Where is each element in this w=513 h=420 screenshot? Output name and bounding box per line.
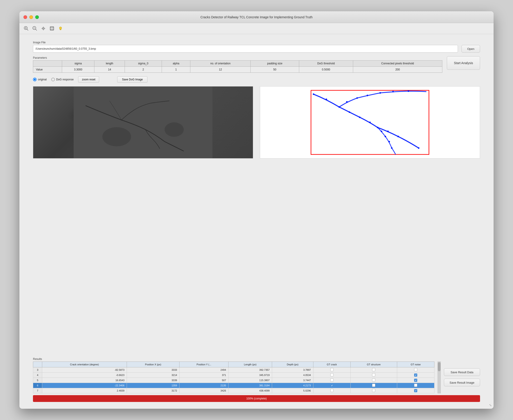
file-row: /Users/eunchurn/data/024856/1/60_0.0755_… (33, 45, 480, 52)
param-header-alpha: alpha (162, 60, 190, 67)
gt-noise-cell[interactable] (397, 373, 434, 378)
svg-point-25 (349, 111, 350, 113)
gt-noise-checkbox[interactable] (414, 368, 417, 371)
param-sigma-value[interactable]: 3.3000 (62, 67, 94, 73)
save-result-data-button[interactable]: Save Result Data (444, 368, 480, 376)
gt-structure-cell[interactable] (350, 388, 397, 393)
results-scrollbar[interactable] (438, 361, 441, 393)
svg-point-7 (43, 28, 44, 29)
result-visualization (260, 86, 480, 158)
param-header-sigma: sigma (62, 60, 94, 67)
radio-dog-response[interactable]: DoG response (51, 78, 74, 81)
gt-crack-checkbox[interactable] (330, 389, 334, 392)
param-orientation-value[interactable]: 12 (190, 67, 251, 73)
maximize-button[interactable] (35, 15, 39, 19)
gt-structure-checkbox[interactable] (372, 373, 375, 376)
row-id: 6 (33, 383, 42, 388)
svg-point-13 (59, 27, 62, 29)
gt-structure-cell[interactable] (350, 368, 397, 373)
svg-line-1 (27, 29, 28, 30)
table-row[interactable]: 72.483931723426438.40995.0296 (33, 388, 434, 393)
pos-x: 1359 (127, 383, 179, 388)
col-gt-structure: GT structure (350, 362, 397, 368)
gt-structure-cell[interactable] (350, 378, 397, 383)
save-result-image-button[interactable]: Save Result Image (444, 379, 480, 386)
cursor-icon[interactable] (49, 25, 55, 32)
radio-original[interactable]: original (33, 78, 47, 81)
gt-noise-checkbox[interactable] (414, 389, 417, 392)
open-button[interactable]: Open (461, 45, 480, 52)
pan-icon[interactable] (40, 25, 46, 32)
gt-crack-cell[interactable] (313, 388, 350, 393)
param-sigma0-value[interactable]: 2 (125, 67, 162, 73)
gt-structure-checkbox[interactable] (372, 384, 375, 387)
close-button[interactable] (23, 15, 27, 19)
gt-structure-checkbox[interactable] (372, 368, 375, 371)
gt-structure-checkbox[interactable] (372, 378, 375, 382)
results-label: Results (33, 357, 480, 361)
svg-point-35 (379, 92, 381, 94)
svg-line-5 (36, 29, 37, 30)
table-row[interactable]: 4-0.66233214371345.97194.0534 (33, 373, 434, 378)
start-analysis-button[interactable]: Start Analysis (447, 56, 480, 70)
radio-dog-circle[interactable] (51, 78, 55, 81)
right-buttons: Save Result Data Save Result Image (444, 361, 480, 393)
window-controls[interactable] (23, 15, 39, 19)
scrollbar-thumb[interactable] (438, 362, 440, 371)
gt-noise-checkbox[interactable] (414, 379, 417, 382)
crack-svg (33, 86, 253, 158)
gt-crack-cell[interactable] (313, 383, 350, 388)
crack-orientation: -0.6623 (42, 373, 127, 378)
gt-crack-cell[interactable] (313, 373, 350, 378)
zoom-reset-button[interactable]: zoom reset (78, 76, 99, 83)
result-image-panel (260, 86, 480, 158)
zoom-in-icon[interactable] (23, 25, 29, 32)
results-table: Crack orientation (degree) Position X (p… (33, 361, 434, 393)
zoom-out-icon[interactable] (32, 25, 38, 32)
gt-structure-cell[interactable] (350, 373, 397, 378)
col-orientation: Crack orientation (degree) (42, 362, 127, 368)
radio-original-circle[interactable] (33, 78, 37, 81)
svg-rect-8 (50, 27, 54, 30)
crack-orientation: -22.3406 (42, 383, 127, 388)
toolbar (19, 23, 494, 34)
results-section: Results Crack orientation (degree) Posit… (33, 357, 480, 402)
gt-noise-checkbox[interactable] (414, 374, 417, 377)
svg-point-23 (326, 98, 327, 100)
radio-original-label: original (38, 78, 47, 81)
param-dog-value[interactable]: 0.5000 (299, 67, 353, 73)
parameters-label: Parameters (33, 56, 442, 59)
param-header-empty (33, 60, 62, 67)
row-id: 4 (33, 373, 42, 378)
window-title: Cracks Detector of Railway TCL Concrete … (201, 15, 312, 19)
gt-crack-checkbox[interactable] (330, 368, 334, 371)
gt-structure-cell[interactable] (350, 383, 397, 388)
gt-crack-checkbox[interactable] (330, 378, 334, 382)
gt-noise-cell[interactable] (397, 388, 434, 393)
table-row[interactable]: 516.65433339507115.38073.7447 (33, 378, 434, 383)
results-table-wrap: Crack orientation (degree) Position X (p… (33, 361, 434, 393)
table-row[interactable]: 3-82.587333332494392.73573.7897 (33, 368, 434, 373)
param-connected-value[interactable]: 200 (353, 67, 442, 73)
table-row[interactable]: 6-22.340613592135381.31844.2173 (33, 383, 434, 388)
svg-point-38 (381, 130, 382, 132)
pos-x: 3333 (127, 368, 179, 373)
param-length-value[interactable]: 14 (94, 67, 125, 73)
gt-noise-cell[interactable] (397, 368, 434, 373)
pos-y: 507 (179, 378, 229, 383)
gt-noise-cell[interactable] (397, 383, 434, 388)
save-dog-button[interactable]: Save DoG Image (117, 76, 148, 83)
bulb-icon[interactable] (57, 25, 64, 32)
gt-crack-checkbox[interactable] (330, 384, 334, 387)
minimize-button[interactable] (29, 15, 33, 19)
resize-handle[interactable]: ⤡ (489, 403, 492, 407)
gt-noise-cell[interactable] (397, 378, 434, 383)
param-alpha-value[interactable]: 1 (162, 67, 190, 73)
param-padding-value[interactable]: 50 (250, 67, 299, 73)
gt-crack-cell[interactable] (313, 368, 350, 373)
gt-structure-checkbox[interactable] (372, 389, 375, 392)
svg-point-31 (418, 147, 420, 149)
gt-noise-checkbox[interactable] (414, 384, 417, 387)
gt-crack-cell[interactable] (313, 378, 350, 383)
gt-crack-checkbox[interactable] (330, 373, 334, 376)
